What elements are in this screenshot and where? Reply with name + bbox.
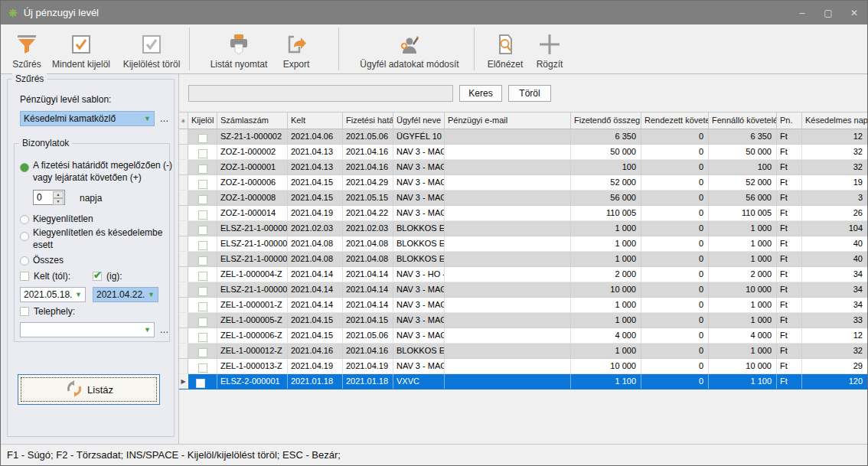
- row-checkbox[interactable]: [198, 149, 207, 158]
- cell-fizetendo: 100: [571, 160, 641, 174]
- row-checkbox[interactable]: [198, 363, 207, 373]
- select-all-button[interactable]: Mindent kijelöl: [47, 24, 116, 73]
- column-header-pn[interactable]: Pn.: [777, 112, 802, 129]
- cell-email: [445, 313, 571, 328]
- ig-date-picker[interactable]: 2021.04.22. ▼: [93, 287, 158, 302]
- clear-search-button[interactable]: Töröl: [508, 85, 551, 102]
- radio-osszes[interactable]: [20, 256, 29, 266]
- row-checkbox[interactable]: [198, 180, 207, 189]
- table-row[interactable]: ZOZ-1-0000062021.04.152021.04.29NAV 3 - …: [179, 175, 867, 191]
- column-header-kesedelmes[interactable]: Késedelmes napok: [802, 112, 867, 129]
- telephely-browse-button[interactable]: …: [156, 322, 173, 337]
- cell-kijel: [188, 175, 217, 190]
- table-row[interactable]: ZEL-1-000013-Z2021.04.192021.04.19NAV 3 …: [179, 359, 867, 374]
- cell-kesedelmes: 34: [802, 267, 867, 282]
- spin-up-icon[interactable]: ▲: [53, 191, 64, 198]
- cell-kesedelmes: 120: [802, 374, 867, 389]
- table-row[interactable]: ZEL-1-000001-Z2021.04.142021.04.14NAV 3 …: [179, 298, 867, 313]
- print-list-button[interactable]: Listát nyomtat: [204, 24, 274, 73]
- row-checkbox[interactable]: [198, 287, 207, 296]
- cell-ugyfel: VXVC: [393, 374, 445, 389]
- table-row[interactable]: ELSZ-21-1-0000082021.04.142021.04.14NAV …: [179, 282, 867, 298]
- export-button[interactable]: Export: [274, 24, 318, 73]
- column-header-fizetendo[interactable]: Fizetendő összeg: [571, 112, 641, 129]
- column-header-fennallo[interactable]: Fennálló követelés: [709, 112, 777, 129]
- napja-stepper[interactable]: 0 ▲ ▼: [33, 190, 65, 205]
- titlebar: ❋ Új pénzugyi levél – ▢ ✕: [1, 1, 867, 24]
- radio-hataridot[interactable]: [20, 163, 29, 172]
- template-dropdown[interactable]: Késedelmi kamatközlő ▼: [20, 111, 155, 126]
- cell-email: [445, 129, 571, 144]
- table-row[interactable]: ZOZ-1-0000012021.04.132021.04.16NAV 3 - …: [179, 160, 867, 175]
- search-button[interactable]: Keres: [459, 85, 502, 102]
- ig-checkbox[interactable]: ✔: [93, 272, 102, 281]
- column-header-email[interactable]: Pénzügyi e-mail: [445, 112, 571, 129]
- cell-kesedelmes: 104: [802, 221, 867, 236]
- cell-szamlaszam: ZEL-1-000001-Z: [217, 298, 288, 312]
- telephely-checkbox[interactable]: [20, 307, 29, 316]
- row-checkbox[interactable]: [198, 333, 207, 342]
- filter-button[interactable]: Szűrés: [7, 24, 47, 73]
- kelt-tol-label: Kelt (tól):: [34, 271, 70, 282]
- preview-button[interactable]: Előnézet: [482, 24, 528, 73]
- table-row[interactable]: ZOZ-1-0000082021.04.152021.05.15NAV 3 - …: [179, 191, 867, 206]
- table-row[interactable]: ELSZ-21-1-0000072021.04.082021.04.08BLOK…: [179, 252, 867, 267]
- table-row[interactable]: ▶ELSZ-2-0000012021.01.182021.01.18VXVC1 …: [179, 374, 867, 389]
- row-checkbox[interactable]: [198, 165, 207, 174]
- table-row[interactable]: ELSZ-21-1-0000062021.04.082021.04.08BLOK…: [179, 236, 867, 252]
- table-row[interactable]: ZEL-1-000012-Z2021.04.162021.04.16BLOKKO…: [179, 344, 867, 359]
- row-checkbox[interactable]: [198, 195, 207, 204]
- row-checkbox[interactable]: [198, 210, 207, 220]
- search-input[interactable]: [188, 85, 453, 102]
- cell-kelt: 2021.04.08: [288, 252, 343, 266]
- cell-fizetesi: 2021.04.16: [343, 145, 393, 159]
- cell-ugyfel: BLOKKOS ELA: [393, 344, 445, 358]
- table-row[interactable]: ELSZ-21-1-0000022021.02.032021.02.03BLOK…: [179, 221, 867, 236]
- row-checkbox[interactable]: [198, 348, 207, 357]
- radio-kesedelembe[interactable]: [20, 232, 29, 241]
- row-checkbox[interactable]: [198, 226, 207, 235]
- cell-fennallo: 100: [709, 160, 777, 174]
- record-button[interactable]: Rögzít: [528, 24, 571, 73]
- cell-ugyfel: NAV 3 - MAG: [393, 282, 445, 297]
- maximize-button[interactable]: ▢: [815, 1, 841, 24]
- row-checkbox[interactable]: [198, 134, 207, 143]
- minimize-button[interactable]: –: [789, 1, 815, 24]
- column-header-indicator[interactable]: ✳: [179, 112, 188, 129]
- telephely-dropdown[interactable]: ▼: [20, 322, 155, 337]
- listaz-button[interactable]: Listáz: [18, 374, 160, 405]
- close-button[interactable]: ✕: [841, 1, 867, 24]
- column-header-kelt[interactable]: Kelt: [288, 112, 343, 129]
- cell-szamlaszam: ELSZ-21-1-000008: [217, 282, 288, 297]
- row-checkbox[interactable]: [198, 272, 207, 281]
- chevron-down-icon: ▼: [75, 291, 82, 298]
- table-row[interactable]: SZ-21-1-0000022021.04.062021.05.06ÜGYFÉL…: [179, 129, 867, 145]
- clear-selection-button[interactable]: Kijelölést töröl: [116, 24, 188, 73]
- template-browse-button[interactable]: …: [156, 111, 173, 126]
- row-checkbox[interactable]: [198, 318, 207, 327]
- cell-kelt: 2021.04.06: [288, 129, 343, 144]
- table-row[interactable]: ZOZ-1-0000022021.04.132021.04.16NAV 3 - …: [179, 145, 867, 160]
- row-checkbox[interactable]: [198, 241, 207, 250]
- row-checkbox[interactable]: [198, 256, 207, 266]
- column-header-rendezett[interactable]: Rendezett követelés: [641, 112, 709, 129]
- cell-indicator: [179, 221, 188, 236]
- row-checkbox[interactable]: [198, 302, 207, 311]
- column-header-szamlaszam[interactable]: Számlaszám: [217, 112, 288, 129]
- spin-down-icon[interactable]: ▼: [53, 198, 64, 205]
- radio-kiegyenlitetlen[interactable]: [20, 215, 29, 224]
- edit-customer-button[interactable]: Ügyfél adatokat módosít: [351, 24, 468, 73]
- table-row[interactable]: ZEL-1-000004-Z2021.04.142021.04.14NAV 3 …: [179, 267, 867, 282]
- row-checkbox[interactable]: [196, 379, 205, 388]
- table-row[interactable]: ZOZ-1-0000142021.04.192021.04.22NAV 3 - …: [179, 206, 867, 221]
- kelt-tol-checkbox[interactable]: [20, 272, 29, 281]
- cell-kelt: 2021.02.03: [288, 221, 343, 236]
- table-row[interactable]: ZEL-1-000005-Z2021.04.152021.04.15NAV 3 …: [179, 313, 867, 328]
- column-header-kijel[interactable]: Kijelöl: [188, 112, 217, 129]
- cell-indicator: [179, 175, 188, 190]
- column-header-fizetesi[interactable]: Fizetési határidő: [343, 112, 393, 129]
- kelt-tol-date-picker[interactable]: 2021.05.18. ▼: [20, 287, 86, 302]
- column-header-ugyfel[interactable]: Ügyfél neve: [393, 112, 445, 129]
- table-row[interactable]: ZEL-1-000006-Z2021.04.152021.05.06NAV 3 …: [179, 328, 867, 344]
- cell-fizetendo: 1 000: [571, 252, 641, 266]
